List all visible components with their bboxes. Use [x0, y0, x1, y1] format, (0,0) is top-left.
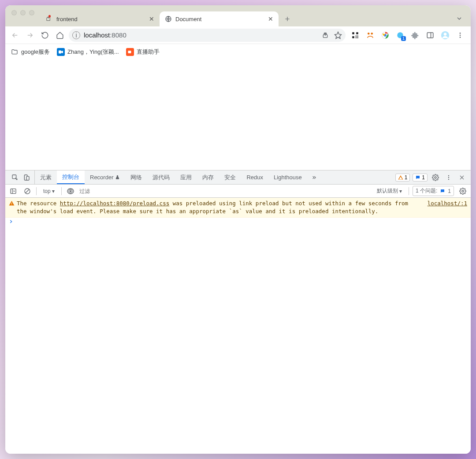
close-icon[interactable]: ✕: [267, 15, 274, 22]
devtools-tab-redux[interactable]: Redux: [241, 170, 268, 184]
console-message-text: The resource http://localhost:8080/prelo…: [17, 200, 419, 215]
tab-overflow-button[interactable]: [456, 15, 463, 22]
chevron-down-icon: ▾: [52, 188, 55, 194]
star-icon[interactable]: [334, 31, 342, 39]
url-text: localhost:8080: [84, 31, 318, 39]
toolbar: i localhost:8080: [5, 26, 471, 44]
reload-button[interactable]: [39, 29, 51, 41]
extensions-puzzle-icon[interactable]: [411, 31, 420, 40]
tab-strip: frontend ✕ Document ✕: [5, 5, 471, 26]
bookmark-label: Zhang，Ying(张颖...: [67, 48, 119, 56]
svg-rect-2: [352, 32, 354, 34]
svg-point-36: [462, 190, 464, 192]
sidepanel-icon[interactable]: [426, 31, 435, 40]
profile-avatar[interactable]: [441, 31, 450, 40]
svg-point-30: [448, 178, 449, 179]
window-controls: [11, 10, 34, 15]
chrome-extension-icon[interactable]: [381, 31, 390, 40]
red-extension-icon[interactable]: [366, 31, 375, 40]
bookmarks-bar: google服务 Zhang，Ying(张颖... 直播助手: [5, 44, 471, 60]
tab-document[interactable]: Document ✕: [160, 11, 279, 26]
share-icon[interactable]: [322, 32, 329, 39]
svg-rect-3: [356, 32, 358, 34]
svg-rect-8: [357, 37, 358, 38]
devtools-tab-recorder[interactable]: Recorder: [85, 170, 125, 184]
device-toggle-icon[interactable]: [21, 172, 32, 183]
svg-point-9: [368, 33, 370, 35]
svg-point-27: [435, 177, 436, 178]
console-resource-link[interactable]: http://localhost:8080/preload.css: [60, 200, 169, 207]
tab-frontend[interactable]: frontend ✕: [41, 11, 160, 26]
svg-point-19: [460, 34, 461, 36]
issues-button[interactable]: 1 个问题: 1: [413, 186, 454, 196]
devtools-tab-network[interactable]: 网络: [125, 170, 147, 184]
devtools-panel: 元素 控制台 Recorder 网络 源代码 应用 内存 安全 Redux Li…: [5, 170, 471, 454]
svg-rect-14: [427, 33, 433, 38]
browser-window: frontend ✕ Document ✕: [5, 5, 471, 454]
page-viewport: [5, 60, 471, 170]
svg-rect-7: [356, 37, 357, 38]
console-filter-input[interactable]: [79, 188, 370, 194]
close-icon[interactable]: ✕: [148, 15, 155, 22]
new-tab-button[interactable]: [281, 13, 294, 25]
devtools-close-icon[interactable]: [457, 172, 467, 183]
warnings-badge[interactable]: 1: [395, 174, 410, 181]
svg-line-34: [26, 189, 29, 193]
live-expression-icon[interactable]: [65, 186, 76, 196]
console-toolbar: top ▾ 默认级别 ▾ 1 个问题: 1: [5, 185, 471, 198]
tab-title: frontend: [56, 16, 145, 22]
frontend-favicon-icon: [46, 15, 53, 22]
svg-rect-6: [357, 35, 358, 36]
bookmark-label: 直播助手: [137, 48, 160, 56]
home-button[interactable]: [54, 29, 66, 41]
devtools-tab-overflow[interactable]: [307, 170, 320, 184]
log-level-selector[interactable]: 默认级别 ▾: [374, 186, 405, 196]
kebab-menu-icon[interactable]: [443, 172, 454, 183]
back-button[interactable]: [9, 29, 21, 41]
svg-rect-38: [11, 204, 12, 205]
qr-extension-icon[interactable]: [351, 31, 360, 40]
svg-rect-21: [59, 50, 61, 53]
console-prompt[interactable]: [5, 218, 471, 226]
svg-point-17: [444, 33, 447, 36]
live-icon: [126, 48, 134, 56]
console-sidebar-toggle-icon[interactable]: [8, 186, 19, 196]
svg-rect-5: [356, 35, 357, 36]
devtools-tab-security[interactable]: 安全: [219, 170, 241, 184]
devtools-tab-memory[interactable]: 内存: [197, 170, 219, 184]
svg-rect-37: [11, 203, 12, 204]
devtools-tab-application[interactable]: 应用: [175, 170, 197, 184]
badged-extension-icon[interactable]: 1: [396, 31, 405, 40]
chrome-menu-icon[interactable]: [456, 31, 465, 40]
window-close-dot[interactable]: [11, 10, 17, 15]
console-source-link[interactable]: localhost/:1: [419, 200, 467, 215]
bookmark-live-helper[interactable]: 直播助手: [126, 48, 160, 56]
window-zoom-dot[interactable]: [29, 10, 34, 15]
outlook-icon: [57, 48, 65, 56]
context-selector[interactable]: top ▾: [40, 187, 58, 196]
site-info-icon[interactable]: i: [72, 31, 80, 39]
window-minimize-dot[interactable]: [20, 10, 26, 15]
devtools-tab-sources[interactable]: 源代码: [147, 170, 175, 184]
devtools-tab-console[interactable]: 控制台: [57, 170, 85, 184]
svg-point-23: [129, 52, 130, 52]
svg-point-28: [448, 175, 449, 176]
address-bar[interactable]: i localhost:8080: [69, 29, 346, 42]
devtools-tab-elements[interactable]: 元素: [35, 170, 57, 184]
svg-rect-26: [26, 176, 29, 180]
console-settings-icon[interactable]: [457, 186, 468, 196]
console-warning-row[interactable]: The resource http://localhost:8080/prelo…: [5, 198, 471, 218]
gear-icon[interactable]: [430, 172, 441, 183]
bookmark-folder-google[interactable]: google服务: [11, 48, 50, 56]
folder-icon: [11, 48, 19, 56]
clear-console-icon[interactable]: [22, 186, 33, 196]
chevron-down-icon: ▾: [399, 188, 402, 194]
forward-button[interactable]: [24, 29, 36, 41]
devtools-tab-lighthouse[interactable]: Lighthouse: [268, 170, 307, 184]
messages-badge[interactable]: 1: [413, 174, 428, 181]
bookmark-zhang[interactable]: Zhang，Ying(张颖...: [57, 48, 119, 56]
svg-point-20: [460, 37, 461, 38]
flask-icon: [115, 175, 120, 180]
extension-icons: 1: [348, 31, 467, 40]
inspect-element-icon[interactable]: [10, 172, 20, 183]
